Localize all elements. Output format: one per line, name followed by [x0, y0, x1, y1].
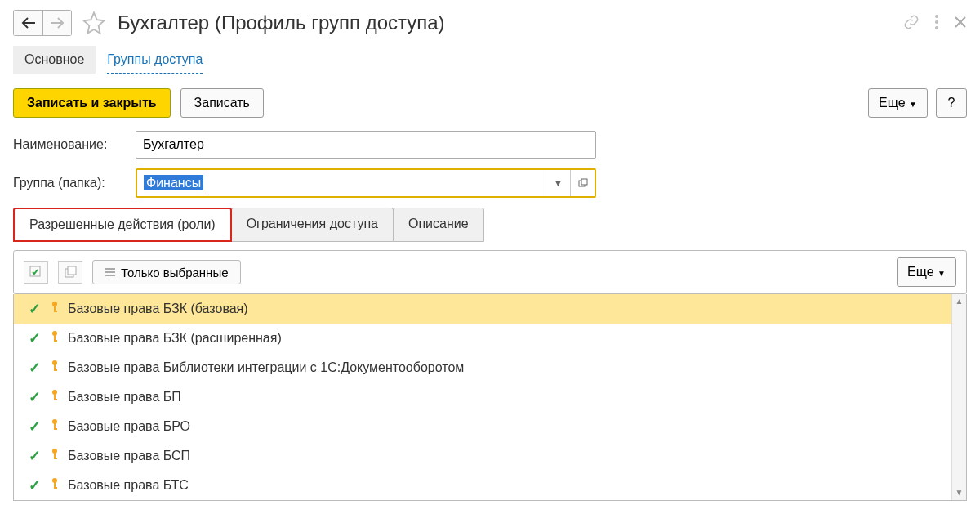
list-item[interactable]: ✓Базовые права Библиотеки интеграции с 1…	[14, 353, 966, 382]
scroll-down-icon: ▼	[952, 485, 966, 500]
arrow-right-icon	[50, 17, 65, 29]
role-label: Базовые права БРО	[68, 419, 190, 434]
role-label: Базовые права БТС	[68, 478, 189, 493]
svg-rect-7	[68, 266, 76, 275]
tab-description[interactable]: Описание	[393, 208, 484, 242]
role-label: Базовые права БЗК (расширенная)	[68, 331, 282, 346]
list-more-button[interactable]: Еще ▼	[897, 257, 956, 287]
check-icon: ✓	[29, 329, 43, 347]
list-item[interactable]: ✓Базовые права БРО	[14, 412, 966, 441]
check-icon: ✓	[29, 300, 43, 318]
forward-button[interactable]	[42, 10, 72, 36]
list-item[interactable]: ✓Базовые права БП	[14, 382, 966, 412]
save-button[interactable]: Записать	[180, 88, 264, 118]
role-label: Базовые права БСП	[68, 449, 190, 463]
svg-rect-13	[54, 311, 57, 312]
scrollbar[interactable]: ▲ ▼	[951, 294, 966, 500]
name-label: Наименование:	[13, 137, 127, 152]
tab-roles[interactable]: Разрешенные действия (роли)	[13, 208, 232, 242]
star-icon	[82, 11, 106, 35]
svg-point-0	[935, 15, 938, 18]
scroll-up-icon: ▲	[952, 294, 966, 309]
key-icon	[50, 477, 61, 494]
key-icon	[50, 330, 61, 346]
close-button[interactable]	[954, 16, 967, 31]
svg-rect-28	[54, 458, 57, 459]
svg-point-2	[935, 26, 938, 29]
list-icon	[105, 266, 116, 278]
key-icon	[50, 448, 61, 464]
open-external-icon	[578, 178, 588, 188]
svg-rect-8	[105, 268, 115, 270]
combo-dropdown-button[interactable]: ▼	[546, 170, 570, 196]
link-button[interactable]	[903, 14, 920, 33]
svg-rect-9	[105, 271, 115, 273]
svg-rect-5	[30, 266, 40, 276]
check-icon: ✓	[29, 359, 43, 377]
subtab-access-groups[interactable]: Группы доступа	[107, 52, 203, 74]
uncheck-all-button[interactable]	[58, 261, 82, 284]
group-combo[interactable]: Финансы ▼	[136, 168, 596, 198]
key-icon	[50, 418, 61, 435]
role-label: Базовые права Библиотеки интеграции с 1С…	[68, 360, 464, 375]
arrow-left-icon	[21, 17, 36, 29]
page-title: Бухгалтер (Профиль групп доступа)	[118, 11, 445, 34]
roles-list: ▲ ▼ ✓Базовые права БЗК (базовая)✓Базовые…	[13, 294, 967, 501]
svg-rect-4	[581, 179, 587, 185]
chevron-down-icon: ▼	[909, 100, 917, 109]
kebab-menu-button[interactable]	[934, 14, 939, 33]
back-button[interactable]	[13, 10, 42, 36]
check-all-button[interactable]	[24, 261, 48, 284]
svg-rect-16	[54, 340, 57, 342]
svg-rect-31	[54, 487, 57, 489]
tab-restrictions[interactable]: Ограничения доступа	[231, 208, 394, 242]
check-icon: ✓	[29, 418, 43, 436]
uncheck-all-icon	[63, 265, 78, 279]
group-value: Финансы	[137, 176, 546, 190]
more-button[interactable]: Еще ▼	[868, 88, 928, 118]
name-input[interactable]	[136, 131, 596, 159]
list-item[interactable]: ✓Базовые права БЗК (базовая)	[14, 294, 966, 324]
list-item[interactable]: ✓Базовые права БТС	[14, 471, 966, 500]
chevron-down-icon: ▼	[554, 178, 563, 188]
save-and-close-button[interactable]: Записать и закрыть	[13, 88, 171, 118]
list-item[interactable]: ✓Базовые права БЗК (расширенная)	[14, 324, 966, 353]
svg-rect-19	[54, 369, 57, 371]
svg-point-1	[935, 20, 938, 24]
role-label: Базовые права БЗК (базовая)	[68, 302, 248, 316]
combo-open-button[interactable]	[570, 170, 595, 196]
subtab-main[interactable]: Основное	[13, 46, 96, 74]
list-item[interactable]: ✓Базовые права БСП	[14, 441, 966, 471]
link-icon	[903, 14, 920, 30]
check-icon: ✓	[29, 388, 43, 406]
list-more-label: Еще	[907, 265, 934, 279]
key-icon	[50, 360, 61, 376]
check-icon: ✓	[29, 447, 43, 465]
check-icon: ✓	[29, 476, 43, 494]
chevron-down-icon: ▼	[938, 269, 946, 278]
favorite-button[interactable]	[82, 11, 106, 35]
group-label: Группа (папка):	[13, 176, 127, 190]
kebab-icon	[934, 14, 939, 30]
help-button[interactable]: ?	[936, 88, 967, 118]
svg-rect-10	[105, 275, 115, 276]
more-label: Еще	[879, 96, 906, 110]
check-all-icon	[29, 265, 43, 279]
key-icon	[50, 389, 61, 405]
svg-rect-25	[54, 428, 57, 430]
key-icon	[50, 301, 61, 317]
role-label: Базовые права БП	[68, 390, 181, 405]
selected-only-label: Только выбранные	[121, 266, 229, 279]
close-icon	[954, 16, 967, 29]
svg-rect-22	[54, 399, 57, 400]
selected-only-button[interactable]: Только выбранные	[92, 260, 241, 284]
